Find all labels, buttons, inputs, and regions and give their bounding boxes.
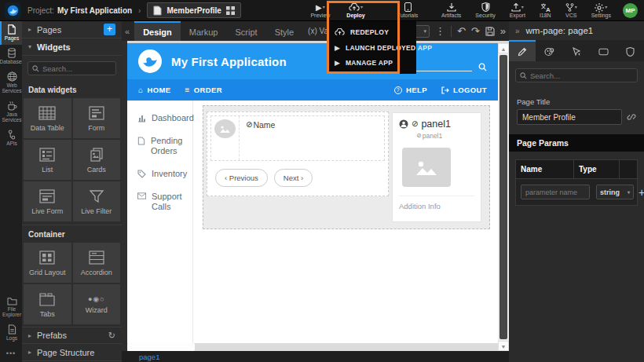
widget-tile-form[interactable]: Form [73,98,121,138]
panel-header[interactable]: ⊘ panel1 [399,119,474,130]
chevron-down-icon: ▾ [360,3,363,11]
panel-widget[interactable]: ⊘ panel1 ⊘ panel1 Addition [392,112,481,222]
widget-tile-data-table[interactable]: Data Table [24,98,71,138]
menu-item-manage-app[interactable]: ▶ MANAGE APP [327,55,416,71]
tab-styles[interactable] [536,40,562,61]
project-name[interactable]: My First Application [57,6,132,15]
sidenav-dashboard[interactable]: Dashboard [127,107,192,130]
list-item[interactable]: ⊘ Name [210,115,385,161]
pages-section-header[interactable]: ▸ Pages + [22,21,122,38]
page-params-header[interactable]: Page Params [509,134,644,152]
widget-tile-tabs[interactable]: Tabs [24,284,71,324]
scroll-down-button[interactable]: ▼ [498,341,509,351]
properties-search-input[interactable] [530,71,633,80]
sidenav-support-calls[interactable]: Support Calls [127,185,192,218]
sidebar-item-web-services[interactable]: Web Services [0,68,22,97]
scrollbar-thumb[interactable] [127,343,195,351]
tab-design[interactable]: Design [134,21,181,41]
settings-button[interactable]: ▾ Settings [591,3,611,18]
page-structure-section-header[interactable]: ▸ Page Structure [22,344,122,361]
vertical-scrollbar[interactable]: ▲ ▼ [498,43,509,351]
save-icon[interactable] [485,27,495,36]
widget-tile-grid-layout[interactable]: Grid Layout [24,243,71,283]
vcs-button[interactable]: ▾ VCS [565,3,577,18]
scrollbar-thumb[interactable] [499,55,507,339]
variables-button[interactable]: (x) Va [308,21,328,41]
sidebar-item-apis[interactable]: APIs [0,126,22,150]
properties-search[interactable] [515,68,638,82]
widget-tile-cards[interactable]: Cards [73,140,121,180]
widget-search-input[interactable] [42,64,112,73]
refresh-icon[interactable]: ↻ [108,331,115,341]
nav-home[interactable]: ⌂HOME [138,86,171,94]
chevron-down-icon: ▾ [323,3,325,11]
tab-device[interactable] [590,40,617,61]
i18n-button[interactable]: A I18N [540,3,551,18]
menu-item-redeploy[interactable]: REDEPLOY [327,24,416,40]
sidenav-inventory[interactable]: Inventory [127,163,192,185]
page-content-container[interactable]: ⊘ Name ‹ Previous Next › [203,105,490,229]
translate-icon: A [540,3,551,12]
nav-logout[interactable]: LOGOUT [441,86,487,94]
tab-security[interactable] [617,40,644,61]
tab-markup[interactable]: Markup [181,21,227,41]
tab-properties[interactable] [509,40,536,61]
tab-script[interactable]: Script [227,21,266,41]
link-icon[interactable] [627,112,636,122]
sidebar-item-logs[interactable]: Logs [0,321,22,345]
tab-style[interactable]: Style [266,21,302,41]
panel-footer: Addition Info [399,196,474,210]
artifacts-button[interactable]: Artifacts [441,3,461,18]
horizontal-scrollbar[interactable] [127,343,498,351]
sidebar-item-file-explorer[interactable]: File Explorer [0,294,22,321]
previous-button[interactable]: ‹ Previous [215,169,268,187]
sidenav-pending-orders[interactable]: Pending Orders [127,130,192,163]
kebab-menu-icon[interactable]: ⋮ [435,26,445,36]
canvas-app-title: My First Application [171,55,287,68]
scroll-up-button[interactable]: ▲ [498,43,509,53]
widget-tile-accordion[interactable]: Accordion [73,243,121,283]
deploy-button[interactable]: ▾ Deploy [346,3,364,18]
next-button[interactable]: Next › [274,169,313,187]
ruler [122,41,127,351]
expand-icon[interactable]: » [515,27,520,35]
param-type-select[interactable]: string ▾ [596,185,634,199]
sidebar-item-databases[interactable]: Databases [0,45,22,68]
tutorials-button[interactable]: Tutorials [397,2,419,18]
canvas-app-header[interactable]: My First Application [127,43,498,79]
search-icon [32,65,39,72]
menu-item-launch-deployed-app[interactable]: ▶ LAUNCH DEPLOYED APP [327,40,416,56]
sidebar-item-java-services[interactable]: Java Services [0,97,22,126]
widget-search[interactable] [27,61,116,75]
prefabs-section-header[interactable]: ▸ Prefabs ↻ [22,327,122,344]
open-file-tab[interactable]: MemberProfile [147,2,241,18]
phone-icon [404,2,412,12]
export-button[interactable]: ▾ Export [510,3,525,18]
sidebar-item-pages[interactable]: Pages [0,21,22,45]
undo-icon[interactable]: ↶ [457,26,466,36]
image-placeholder[interactable] [402,148,451,187]
status-page-name[interactable]: page1 [139,353,159,361]
nav-order[interactable]: ≡ORDER [185,86,223,94]
expand-right-panel-button[interactable]: » [500,26,506,36]
more-options-button[interactable]: ••• [0,345,22,362]
collapse-left-panel-button[interactable]: « [125,27,130,36]
redo-icon[interactable]: ↷ [471,26,480,36]
tab-events[interactable] [563,40,590,61]
user-avatar[interactable]: MP [623,3,638,18]
list-item-name-field[interactable]: ⊘ Name [240,116,275,160]
param-name-input[interactable] [521,185,590,199]
security-button[interactable]: Security [475,2,495,18]
list-widget[interactable]: ⊘ Name ‹ Previous Next › [207,112,389,196]
nav-help[interactable]: ?HELP [394,86,427,94]
widget-tile-live-filter[interactable]: Live Filter [73,181,121,221]
preview-button[interactable]: ▶▾ Preview [310,3,330,18]
widget-tile-wizard[interactable]: ●◉○ Wizard [73,284,121,324]
page-title-input[interactable] [517,109,622,125]
wavemaker-logo-icon[interactable] [5,2,21,19]
widget-tile-list[interactable]: List [24,140,71,180]
widgets-section-header[interactable]: ▾ Widgets [22,38,122,56]
add-page-button[interactable]: + [104,24,115,35]
add-param-button[interactable]: + [635,186,644,199]
widget-tile-live-form[interactable]: Live Form [24,181,71,221]
